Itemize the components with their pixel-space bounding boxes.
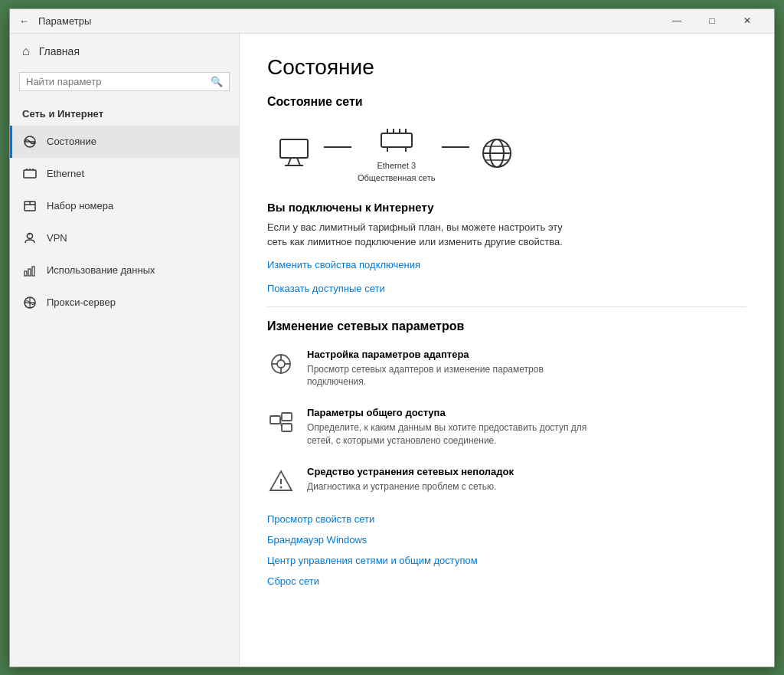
change-section-title: Изменение сетевых параметров [267, 319, 746, 333]
search-icon: 🔍 [211, 76, 223, 87]
sidebar-item-data-usage-label: Использование данных [47, 264, 155, 276]
bottom-links: Просмотр свойств сети Брандмауэр Windows… [267, 513, 746, 587]
svg-line-17 [288, 158, 291, 165]
proxy-icon [22, 296, 38, 310]
network-status-title: Состояние сети [267, 95, 746, 109]
sharing-content: Параметры общего доступа Определите, к к… [307, 407, 598, 447]
sidebar-home-item[interactable]: ⌂ Главная [10, 34, 239, 69]
link-network-props[interactable]: Просмотр свойств сети [267, 513, 746, 525]
troubleshoot-item: Средство устранения сетевых неполадок Ди… [267, 466, 746, 495]
svg-point-33 [277, 360, 285, 368]
ethernet-label: Ethernet 3 [377, 161, 416, 170]
search-box[interactable]: 🔍 [19, 72, 230, 91]
troubleshoot-icon [267, 467, 295, 495]
adapter-settings-item: Настройка параметров адаптера Просмотр с… [267, 349, 746, 389]
network-type-label: Общественная сеть [358, 173, 436, 182]
svg-line-18 [297, 158, 300, 165]
svg-rect-16 [280, 139, 308, 158]
sharing-settings-item: Параметры общего доступа Определите, к к… [267, 407, 746, 447]
page-title: Состояние [267, 55, 746, 80]
svg-rect-2 [24, 170, 36, 178]
computer-icon [275, 136, 318, 170]
svg-point-45 [280, 486, 283, 488]
link-show-networks[interactable]: Показать доступные сети [267, 283, 746, 294]
back-button[interactable]: ← [19, 15, 29, 27]
computer-icon-container [275, 136, 318, 170]
switch-icon [375, 124, 418, 158]
sidebar: ⌂ Главная 🔍 Сеть и Интернет Состояние [10, 34, 240, 667]
svg-rect-38 [270, 416, 280, 424]
sidebar-section-title: Сеть и Интернет [10, 100, 239, 126]
sidebar-item-ethernet-label: Ethernet [47, 168, 84, 179]
maximize-button[interactable]: □ [694, 8, 730, 33]
link-network-center[interactable]: Центр управления сетями и общим доступом [267, 555, 746, 566]
troubleshoot-title: Средство устранения сетевых неполадок [307, 466, 514, 477]
sidebar-item-vpn[interactable]: VPN [10, 222, 239, 254]
dialup-icon [22, 199, 38, 213]
adapter-content: Настройка параметров адаптера Просмотр с… [307, 349, 598, 389]
svg-rect-20 [381, 133, 412, 147]
window-controls: — □ ✕ [659, 8, 765, 33]
troubleshoot-content: Средство устранения сетевых неполадок Ди… [307, 466, 514, 493]
link-change-props[interactable]: Изменить свойства подключения [267, 259, 746, 270]
connected-title: Вы подключены к Интернету [267, 201, 746, 214]
main-content: Состояние Состояние сети [240, 34, 774, 667]
sidebar-item-vpn-label: VPN [47, 232, 67, 244]
home-icon: ⌂ [22, 44, 30, 58]
sidebar-item-proxy-label: Прокси-сервер [47, 297, 116, 308]
sidebar-item-proxy[interactable]: Прокси-сервер [10, 287, 239, 319]
sharing-icon [267, 408, 295, 436]
sidebar-item-ethernet[interactable]: Ethernet [10, 158, 239, 190]
link-firewall[interactable]: Брандмауэр Windows [267, 534, 746, 546]
sidebar-item-dialup-label: Набор номера [47, 200, 113, 211]
internet-icon-container [475, 136, 518, 170]
adapter-desc: Просмотр сетевых адаптеров и изменение п… [307, 363, 598, 389]
connected-desc: Если у вас лимитный тарифный план, вы мо… [267, 220, 573, 250]
search-input[interactable] [26, 76, 211, 87]
svg-rect-40 [282, 424, 292, 431]
data-usage-icon [22, 264, 38, 277]
minimize-button[interactable]: — [659, 8, 694, 33]
sidebar-item-status-label: Состояние [47, 136, 96, 147]
svg-rect-11 [28, 269, 31, 276]
switch-icon-container: Ethernet 3 Общественная сеть [358, 124, 436, 182]
adapter-icon [267, 350, 295, 378]
globe-icon [475, 136, 518, 170]
svg-rect-39 [282, 413, 292, 421]
sidebar-home-label: Главная [39, 45, 80, 57]
network-line-1 [324, 146, 351, 148]
vpn-icon [22, 231, 38, 245]
svg-rect-10 [24, 271, 27, 276]
sharing-desc: Определите, к каким данным вы хотите пре… [307, 421, 598, 447]
section-divider [267, 306, 746, 307]
ethernet-icon [22, 167, 38, 181]
sidebar-item-data-usage[interactable]: Использование данных [10, 254, 239, 287]
network-diagram: Ethernet 3 Общественная сеть [267, 124, 746, 182]
content-area: ⌂ Главная 🔍 Сеть и Интернет Состояние [10, 34, 774, 667]
window-title: Параметры [38, 15, 659, 27]
sidebar-item-status[interactable]: Состояние [10, 126, 239, 158]
status-icon [22, 135, 38, 149]
adapter-title: Настройка параметров адаптера [307, 349, 598, 360]
sidebar-item-dialup[interactable]: Набор номера [10, 190, 239, 222]
network-line-2 [442, 146, 469, 148]
connected-section: Вы подключены к Интернету Если у вас лим… [267, 201, 746, 270]
titlebar: ← Параметры — □ ✕ [10, 9, 774, 34]
link-reset[interactable]: Сброс сети [267, 575, 746, 587]
close-button[interactable]: ✕ [730, 8, 765, 33]
troubleshoot-desc: Диагностика и устранение проблем с сетью… [307, 480, 514, 493]
app-window: ← Параметры — □ ✕ ⌂ Главная 🔍 Сеть и Инт… [9, 8, 775, 667]
svg-rect-12 [32, 267, 34, 276]
sharing-title: Параметры общего доступа [307, 407, 598, 418]
